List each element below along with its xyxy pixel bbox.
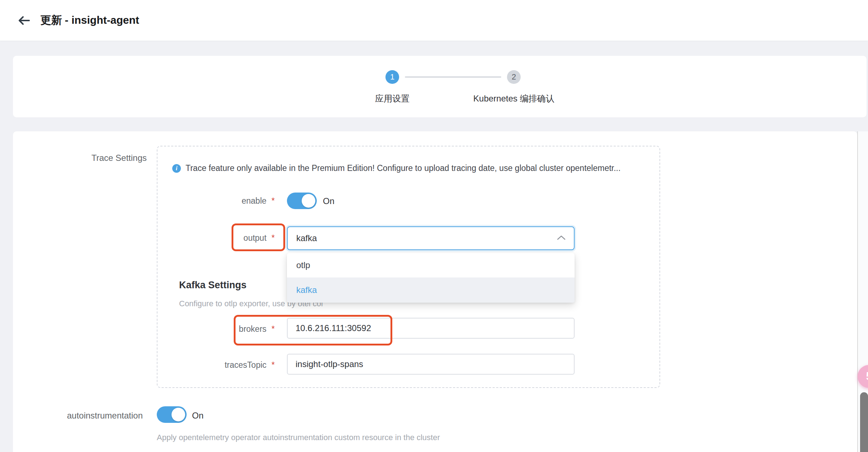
required-asterisk: * — [271, 233, 275, 243]
step-1-circle[interactable]: 1 — [385, 70, 399, 84]
output-dropdown-menu: otlp kafka — [287, 253, 575, 303]
enable-field-label: enable* — [157, 196, 275, 206]
chevron-up-icon — [557, 235, 566, 243]
output-field-label: output* — [157, 233, 275, 243]
trace-info-text: Trace feature only available in the Prem… — [186, 163, 653, 173]
output-select-value: kafka — [296, 233, 317, 243]
step-2-label[interactable]: Kubernetes 编排确认 — [473, 93, 554, 104]
page-header: 更新 - insight-agent — [0, 0, 868, 41]
back-button[interactable] — [16, 13, 32, 28]
output-select[interactable]: kafka — [287, 226, 575, 250]
step-connector-line — [405, 76, 501, 78]
page-title: 更新 - insight-agent — [40, 13, 139, 28]
autoinstrumentation-description: Apply opentelemetry operator autoinstrum… — [157, 433, 440, 442]
kafka-settings-heading: Kafka Settings — [179, 280, 247, 291]
dropdown-option-otlp[interactable]: otlp — [287, 253, 575, 277]
required-asterisk: * — [271, 360, 275, 370]
stepper-card: 1 2 应用设置 Kubernetes 编排确认 — [13, 56, 867, 117]
required-asterisk: * — [271, 196, 275, 205]
trace-settings-group: i Trace feature only available in the Pr… — [157, 146, 660, 388]
brokers-input[interactable] — [287, 318, 575, 339]
traces-topic-input[interactable] — [287, 354, 575, 375]
trace-settings-section-label: Trace Settings — [13, 153, 147, 163]
toggle-knob — [302, 194, 315, 208]
enable-toggle[interactable] — [287, 193, 317, 209]
arrow-left-icon — [17, 15, 31, 26]
required-asterisk: * — [271, 324, 275, 334]
step-1-label[interactable]: 应用设置 — [375, 93, 410, 104]
form-card: Trace Settings i Trace feature only avai… — [13, 131, 857, 452]
brokers-field-label: brokers* — [157, 324, 275, 334]
autoinstrumentation-field-label: autoinstrumentation — [13, 411, 143, 421]
autoinstrumentation-toggle[interactable] — [157, 406, 187, 423]
info-icon: i — [172, 164, 181, 173]
scrollbar-thumb[interactable] — [860, 392, 868, 452]
dropdown-option-kafka[interactable]: kafka — [287, 277, 575, 303]
enable-toggle-state-label: On — [323, 196, 334, 206]
traces-topic-field-label: tracesTopic* — [157, 360, 275, 370]
autoinstrumentation-toggle-state-label: On — [192, 411, 204, 421]
toggle-knob — [172, 408, 185, 421]
step-2-circle[interactable]: 2 — [507, 70, 521, 84]
